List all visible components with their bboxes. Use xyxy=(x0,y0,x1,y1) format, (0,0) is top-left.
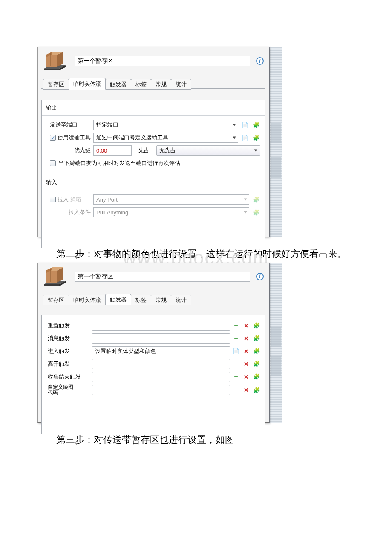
tab-body-flow: 输出 发送至端口 指定端口 xyxy=(41,100,265,248)
tab-general[interactable]: 常规 xyxy=(151,79,171,90)
svg-marker-11 xyxy=(46,271,57,283)
info-icon[interactable]: i xyxy=(256,57,264,65)
code-edit-icon[interactable] xyxy=(232,347,240,356)
use-transport-label: 使用运输工具 xyxy=(50,134,91,142)
tab-flow[interactable]: 临时实体流 xyxy=(69,295,106,305)
tab-bar: 暂存区 临时实体流 触发器 标签 常规 统计 输出 发送至端口 xyxy=(41,78,265,248)
add-icon[interactable] xyxy=(232,373,240,381)
plugin-icon[interactable] xyxy=(252,373,261,381)
add-icon[interactable] xyxy=(232,321,240,330)
enter-trigger-label: 进入触发 xyxy=(48,347,90,355)
message-trigger-label: 消息触发 xyxy=(48,335,90,342)
row-reset-trigger: 重置触发 xyxy=(48,321,261,331)
priority-label: 优先级 xyxy=(50,147,91,154)
row-exit-trigger: 离开触发 xyxy=(48,359,261,369)
remove-icon[interactable] xyxy=(242,321,251,330)
send-to-port-value: 指定端口 xyxy=(96,121,118,129)
add-icon[interactable] xyxy=(232,334,240,343)
send-to-port-dropdown[interactable]: 指定端口 xyxy=(93,120,238,130)
reevaluate-label: 当下游端口变为可用时对发送至端口进行再次评估 xyxy=(58,159,180,167)
use-transport-checkbox[interactable] xyxy=(50,135,56,141)
priority-input[interactable] xyxy=(93,145,132,156)
plugin-icon xyxy=(252,208,260,217)
object-name-input[interactable] xyxy=(75,56,250,66)
plugin-icon[interactable] xyxy=(252,321,261,330)
input-group-label: 输入 xyxy=(46,177,261,187)
tab-flow[interactable]: 临时实体流 xyxy=(69,78,106,90)
properties-panel: i 暂存区 临时实体流 触发器 标签 常规 统计 输出 xyxy=(37,47,269,237)
viewport-strip xyxy=(269,263,282,423)
message-trigger-field[interactable] xyxy=(92,333,230,344)
plugin-icon[interactable] xyxy=(252,133,260,142)
enter-trigger-field[interactable]: 设置临时实体类型和颜色 xyxy=(92,346,230,356)
remove-icon[interactable] xyxy=(242,334,251,343)
tab-labels[interactable]: 标签 xyxy=(131,79,151,90)
draw-trigger-label: 自定义绘图 代码 xyxy=(48,384,90,396)
draw-trigger-field[interactable] xyxy=(92,385,230,395)
exit-trigger-field[interactable] xyxy=(92,359,230,369)
pull-strategy-label: 拉入 策略 xyxy=(50,196,91,203)
plugin-icon[interactable] xyxy=(252,347,261,356)
plugin-icon[interactable] xyxy=(252,121,260,129)
chevron-down-icon xyxy=(233,137,236,139)
preempt-label: 先占 xyxy=(138,147,150,154)
tab-general[interactable]: 常规 xyxy=(151,295,171,305)
svg-marker-1 xyxy=(44,69,59,70)
pull-strategy-value: Any Port xyxy=(96,197,118,203)
plugin-icon xyxy=(252,195,260,204)
pull-condition-dropdown: Pull Anything xyxy=(93,207,249,217)
send-to-port-label: 发送至端口 xyxy=(50,121,91,129)
plugin-icon[interactable] xyxy=(252,334,261,343)
tab-triggers[interactable]: 触发器 xyxy=(105,79,131,90)
tab-stats[interactable]: 统计 xyxy=(171,295,191,305)
row-send-to-port: 发送至端口 指定端口 xyxy=(50,119,260,130)
pull-checkbox[interactable] xyxy=(50,197,56,202)
viewport-strip xyxy=(269,47,282,237)
row-pull-condition: 拉入条件 Pull Anything xyxy=(50,207,260,218)
panel-header: i xyxy=(38,47,269,74)
reset-trigger-field[interactable] xyxy=(92,321,230,331)
collect-trigger-field[interactable] xyxy=(92,372,230,382)
preempt-select[interactable]: 无先占 xyxy=(156,145,260,156)
tab-labels[interactable]: 标签 xyxy=(131,295,151,305)
tab-stats[interactable]: 统计 xyxy=(171,79,191,90)
row-reevaluate: 当下游端口变为可用时对发送至端口进行再次评估 xyxy=(50,158,260,169)
plugin-icon[interactable] xyxy=(252,360,261,368)
pull-strategy-dropdown: Any Port xyxy=(93,194,249,205)
pull-condition-label: 拉入条件 xyxy=(50,208,91,216)
row-use-transport: 使用运输工具 通过中间端口号定义运输工具 xyxy=(50,132,260,143)
collect-trigger-label: 收集结束触发 xyxy=(48,373,90,381)
panel-header: i xyxy=(38,263,269,289)
remove-icon[interactable] xyxy=(242,373,251,381)
object-name-input[interactable] xyxy=(75,272,250,282)
remove-icon[interactable] xyxy=(242,360,251,368)
tab-bar: 暂存区 临时实体流 触发器 标签 常规 统计 重置触发 xyxy=(41,294,265,434)
row-message-trigger: 消息触发 xyxy=(48,333,261,344)
code-edit-icon[interactable] xyxy=(241,133,249,142)
add-icon[interactable] xyxy=(232,360,240,368)
row-priority: 优先级 先占 无先占 xyxy=(50,145,260,156)
code-edit-icon[interactable] xyxy=(241,121,249,129)
row-enter-trigger: 进入触发 设置临时实体类型和颜色 xyxy=(48,346,261,356)
tab-body-triggers: 重置触发 消息触发 进入触发 xyxy=(41,315,265,434)
use-transport-dropdown[interactable]: 通过中间端口号定义运输工具 xyxy=(93,133,238,143)
reevaluate-checkbox[interactable] xyxy=(50,160,56,166)
screenshot-panel-1: i 暂存区 临时实体流 触发器 标签 常规 统计 输出 xyxy=(37,47,281,237)
svg-marker-9 xyxy=(44,284,59,286)
remove-icon[interactable] xyxy=(242,347,251,356)
output-group-label: 输出 xyxy=(46,102,261,113)
add-icon[interactable] xyxy=(232,386,240,394)
preempt-value: 无先占 xyxy=(159,147,176,154)
tab-queue[interactable]: 暂存区 xyxy=(43,79,69,90)
properties-panel: i 暂存区 临时实体流 触发器 标签 常规 统计 重置触发 xyxy=(37,263,269,423)
chevron-down-icon xyxy=(233,124,236,126)
queue-icon xyxy=(41,49,69,73)
svg-marker-3 xyxy=(46,55,57,67)
tab-triggers[interactable]: 触发器 xyxy=(105,294,131,305)
row-draw-trigger: 自定义绘图 代码 xyxy=(48,384,261,396)
exit-trigger-label: 离开触发 xyxy=(48,360,90,368)
plugin-icon[interactable] xyxy=(252,386,261,394)
tab-queue[interactable]: 暂存区 xyxy=(43,295,69,305)
remove-icon[interactable] xyxy=(242,386,251,394)
info-icon[interactable]: i xyxy=(256,273,264,280)
